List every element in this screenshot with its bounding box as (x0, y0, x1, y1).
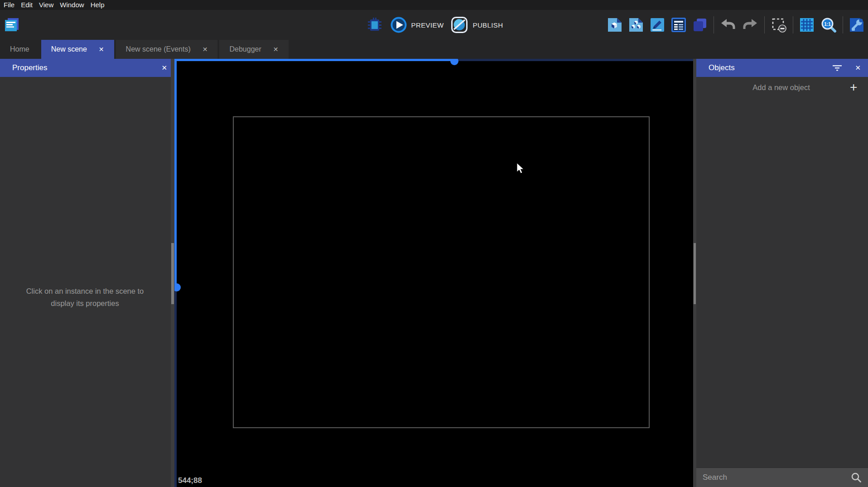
tab-bar: Home New scene ✕ New scene (Events) ✕ De… (0, 40, 868, 59)
debug-icon[interactable] (365, 16, 383, 34)
mouse-cursor-icon (516, 163, 525, 177)
preview-button[interactable]: PREVIEW (391, 17, 444, 33)
scene-window-border (233, 116, 650, 428)
search-icon (851, 472, 868, 483)
publish-label: PUBLISH (473, 21, 503, 29)
add-object-row[interactable]: Add a new object + (696, 77, 868, 98)
tab-debugger[interactable]: Debugger ✕ (219, 40, 288, 59)
vertical-scroll-handle[interactable] (174, 283, 181, 291)
menu-help[interactable]: Help (91, 0, 105, 10)
search-input[interactable] (696, 473, 851, 482)
svg-text:1:1: 1:1 (824, 22, 831, 27)
toolbar-divider (764, 16, 765, 33)
toolbar: PREVIEW PUBLISH (0, 10, 868, 40)
object-groups-icon[interactable] (628, 17, 644, 33)
scrollbar-range (174, 59, 454, 61)
close-icon[interactable]: ✕ (99, 46, 104, 53)
properties-panel-body: Click on an instance in the scene to dis… (0, 77, 174, 487)
add-object-button[interactable]: + (850, 81, 868, 94)
scene-canvas[interactable]: 544;88 (174, 59, 693, 487)
menu-file[interactable]: File (4, 0, 14, 10)
objects-list (696, 98, 868, 468)
objects-panel-scrollbar[interactable] (693, 59, 696, 487)
canvas-vertical-scrollbar[interactable] (174, 59, 177, 487)
tab-new-scene-events[interactable]: New scene (Events) ✕ (116, 40, 218, 59)
properties-panel-header: Properties ✕ (0, 59, 174, 77)
cursor-coordinates: 544;88 (178, 476, 202, 485)
objects-panel-header: Objects ✕ (696, 59, 868, 77)
filter-icon[interactable] (832, 65, 842, 71)
tab-label: Debugger (229, 45, 261, 53)
zoom-original-icon[interactable]: 1:1 (820, 17, 837, 33)
menu-view[interactable]: View (39, 0, 53, 10)
objects-editor-icon[interactable] (607, 17, 622, 33)
undo-icon[interactable] (720, 17, 736, 33)
canvas-horizontal-scrollbar[interactable] (174, 59, 693, 61)
debug-setup-icon[interactable] (849, 17, 864, 33)
objects-panel: Objects ✕ Add a new object + (696, 59, 868, 487)
properties-empty-message: Click on an instance in the scene to dis… (0, 285, 170, 310)
publish-globe-icon (451, 16, 468, 33)
app-window: File Edit View Window Help (0, 0, 868, 487)
scrollbar-thumb[interactable] (171, 243, 174, 304)
close-icon[interactable]: ✕ (161, 64, 167, 72)
scrollbar-thumb[interactable] (694, 243, 696, 304)
tab-home[interactable]: Home (0, 40, 39, 59)
publish-button[interactable]: PUBLISH (451, 16, 503, 33)
redo-icon[interactable] (742, 17, 758, 33)
tab-new-scene[interactable]: New scene ✕ (41, 40, 114, 59)
tab-label: Home (10, 45, 29, 53)
menu-edit[interactable]: Edit (21, 0, 33, 10)
close-icon[interactable]: ✕ (273, 46, 279, 53)
properties-panel-title: Properties (0, 63, 47, 72)
menu-bar: File Edit View Window Help (0, 0, 868, 10)
horizontal-scroll-handle[interactable] (450, 59, 458, 65)
play-icon (391, 17, 407, 33)
toolbar-divider (714, 16, 714, 33)
tab-label: New scene (Events) (126, 45, 191, 53)
menu-window[interactable]: Window (60, 0, 84, 10)
properties-panel: Properties ✕ Click on an instance in the… (0, 59, 174, 487)
close-icon[interactable]: ✕ (855, 64, 861, 72)
preview-label: PREVIEW (411, 21, 444, 29)
properties-scrollbar[interactable] (171, 59, 174, 487)
tab-label: New scene (51, 45, 87, 53)
scrollbar-range (174, 59, 177, 287)
main-area: Properties ✕ Click on an instance in the… (0, 59, 868, 487)
close-icon[interactable]: ✕ (203, 46, 208, 53)
toolbar-divider (793, 16, 793, 33)
grid-icon[interactable] (799, 17, 815, 33)
instances-list-icon[interactable] (671, 17, 686, 33)
objects-panel-title: Objects (696, 63, 735, 72)
search-bar (696, 468, 868, 487)
deselect-icon[interactable] (771, 17, 787, 33)
add-object-label: Add a new object (696, 83, 850, 92)
properties-pencil-icon[interactable] (650, 17, 665, 33)
layers-icon[interactable] (692, 17, 708, 33)
toolbar-divider (843, 16, 843, 33)
